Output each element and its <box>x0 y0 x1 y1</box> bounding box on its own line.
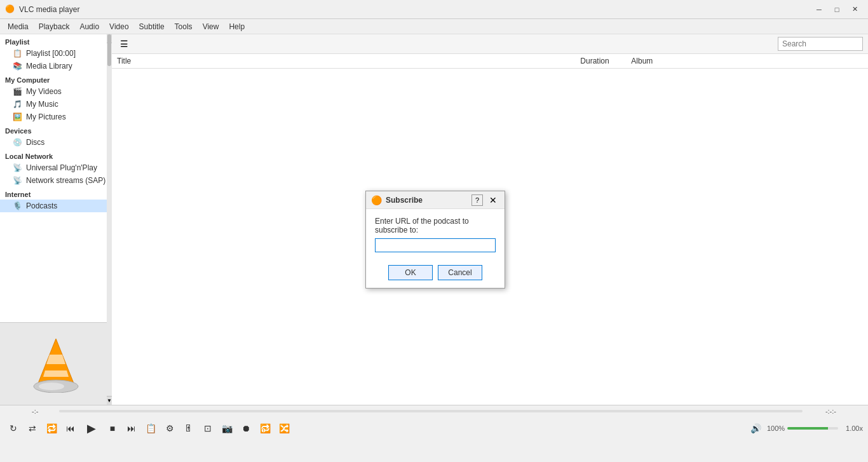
upnp-icon: 📡 <box>13 163 22 172</box>
play-button[interactable]: ▶ <box>81 418 102 438</box>
close-button[interactable]: ✕ <box>846 3 863 16</box>
menu-view[interactable]: View <box>198 21 224 32</box>
artwork-area <box>0 322 112 405</box>
titlebar: 🟠 VLC media player ─ □ ✕ <box>0 0 868 19</box>
volume-percent: 100% <box>767 425 785 432</box>
sidebar-item-my-videos-label: My Videos <box>26 87 62 96</box>
time-total: -:-:- <box>808 407 836 415</box>
sidebar-section-devices: Devices <box>0 123 112 136</box>
progress-track[interactable] <box>59 410 803 412</box>
col-header-album: Album <box>631 57 863 65</box>
sidebar-section-internet: Internet <box>0 187 112 200</box>
prev-button[interactable]: ⏮ <box>62 420 79 437</box>
col-header-title: Title <box>117 57 580 65</box>
shuffle-button[interactable]: 🔀 <box>276 420 292 437</box>
scroll-down-button[interactable]: ▼ <box>107 396 112 405</box>
ab-loop-button[interactable]: 🔂 <box>257 420 273 437</box>
progress-bar-row: -:- -:-:- <box>0 405 868 417</box>
dialog-body: Enter URL of the podcast to subscribe to… <box>366 209 505 260</box>
sidebar-item-podcasts[interactable]: 🎙️ Podcasts <box>0 200 112 212</box>
pictures-icon: 🖼️ <box>13 112 22 121</box>
sidebar-item-my-music[interactable]: 🎵 My Music <box>0 98 112 111</box>
record-button[interactable]: ⏺ <box>238 420 254 437</box>
speed-display: 1.00x <box>846 425 863 432</box>
podcast-url-input[interactable] <box>375 238 496 252</box>
loop-button[interactable]: 🔁 <box>43 420 60 437</box>
menu-audio[interactable]: Audio <box>74 21 104 32</box>
subscribe-dialog: 🟠 Subscribe ? ✕ Enter URL of the podcast… <box>365 191 505 289</box>
column-headers: Title Duration Album <box>112 54 868 69</box>
top-bar-left: ☰ <box>117 37 131 51</box>
sidebar-item-podcasts-label: Podcasts <box>26 201 57 210</box>
sidebar-item-media-library-label: Media Library <box>26 62 72 71</box>
top-bar: ☰ <box>112 34 868 54</box>
sidebar-section-local-network: Local Network <box>0 149 112 161</box>
dialog-title: Subscribe <box>386 196 468 205</box>
sidebar-scrollbar-thumb[interactable] <box>107 34 111 66</box>
videos-icon: 🎬 <box>13 87 22 96</box>
dialog-buttons: OK Cancel <box>366 260 505 288</box>
next-button[interactable]: ⏭ <box>123 420 140 437</box>
sidebar-item-my-pictures-label: My Pictures <box>26 112 66 121</box>
maximize-button[interactable]: □ <box>829 3 845 16</box>
volume-icon[interactable]: 🔊 <box>748 420 764 437</box>
volume-area: 🔊 100% 1.00x <box>748 420 863 437</box>
menu-playback[interactable]: Playback <box>34 21 75 32</box>
menu-help[interactable]: Help <box>224 21 250 32</box>
svg-point-4 <box>39 383 64 390</box>
volume-slider[interactable] <box>787 427 838 430</box>
disc-icon: 💿 <box>13 138 22 147</box>
menu-video[interactable]: Video <box>104 21 133 32</box>
playlist-icon: 📋 <box>13 49 22 58</box>
menubar: Media Playback Audio Video Subtitle Tool… <box>0 19 868 34</box>
vlc-artwork <box>27 336 85 393</box>
dialog-icon: 🟠 <box>371 195 382 205</box>
menu-subtitle[interactable]: Subtitle <box>134 21 170 32</box>
sidebar-item-my-pictures[interactable]: 🖼️ My Pictures <box>0 111 112 123</box>
search-input[interactable] <box>778 37 863 51</box>
sidebar-item-my-videos[interactable]: 🎬 My Videos <box>0 85 112 98</box>
sidebar: Playlist 📋 Playlist [00:00] 📚 Media Libr… <box>0 34 112 405</box>
sidebar-item-upnp-label: Universal Plug'n'Play <box>26 163 97 172</box>
minimize-button[interactable]: ─ <box>811 3 827 16</box>
podcasts-icon: 🎙️ <box>13 201 22 210</box>
app-icon: 🟠 <box>5 4 15 15</box>
repeat-button[interactable]: ↻ <box>5 420 22 437</box>
menu-media[interactable]: Media <box>3 21 34 32</box>
sidebar-item-sap[interactable]: 📡 Network streams (SAP) <box>0 174 112 187</box>
sap-icon: 📡 <box>13 176 22 185</box>
sidebar-item-media-library[interactable]: 📚 Media Library <box>0 60 112 72</box>
toggle-playlist-button[interactable]: 📋 <box>142 420 159 437</box>
sidebar-section-playlist: Playlist <box>0 34 112 47</box>
show-effects-button[interactable]: 🎚 <box>180 420 197 437</box>
sidebar-item-discs-label: Discs <box>26 138 44 147</box>
app-title: VLC media player <box>19 5 811 14</box>
sidebar-scrollbar-track[interactable]: ▲ ▼ <box>107 34 112 405</box>
media-library-icon: 📚 <box>13 62 22 71</box>
music-icon: 🎵 <box>13 100 22 109</box>
frame-by-frame-button[interactable]: ⊡ <box>200 420 216 437</box>
sidebar-item-my-music-label: My Music <box>26 100 58 109</box>
col-header-duration: Duration <box>580 57 631 65</box>
bottom-area: -:- -:-:- ↻ ⇄ 🔁 ⏮ ▶ ■ ⏭ 📋 ⚙ 🎚 ⊡ 📷 ⏺ 🔂 🔀 … <box>0 405 868 462</box>
menu-tools[interactable]: Tools <box>170 21 198 32</box>
sidebar-item-discs[interactable]: 💿 Discs <box>0 136 112 149</box>
dialog-help-button[interactable]: ? <box>471 194 483 206</box>
dialog-ok-button[interactable]: OK <box>388 265 433 280</box>
dialog-titlebar: 🟠 Subscribe ? ✕ <box>366 191 505 209</box>
sidebar-item-sap-label: Network streams (SAP) <box>26 176 105 185</box>
stop-button[interactable]: ■ <box>104 420 121 437</box>
snapshot-button[interactable]: 📷 <box>219 420 235 437</box>
dialog-close-button[interactable]: ✕ <box>487 194 499 206</box>
svg-marker-1 <box>46 355 65 364</box>
dialog-cancel-button[interactable]: Cancel <box>438 265 482 280</box>
extended-settings-button[interactable]: ⚙ <box>161 420 178 437</box>
sidebar-item-upnp[interactable]: 📡 Universal Plug'n'Play <box>0 161 112 174</box>
svg-marker-2 <box>43 370 69 377</box>
time-elapsed: -:- <box>32 407 54 415</box>
window-controls: ─ □ ✕ <box>811 3 863 16</box>
random-button[interactable]: ⇄ <box>24 420 41 437</box>
sidebar-item-playlist[interactable]: 📋 Playlist [00:00] <box>0 47 112 60</box>
sidebar-item-playlist-label: Playlist [00:00] <box>26 49 76 58</box>
playlist-view-button[interactable]: ☰ <box>117 37 131 51</box>
